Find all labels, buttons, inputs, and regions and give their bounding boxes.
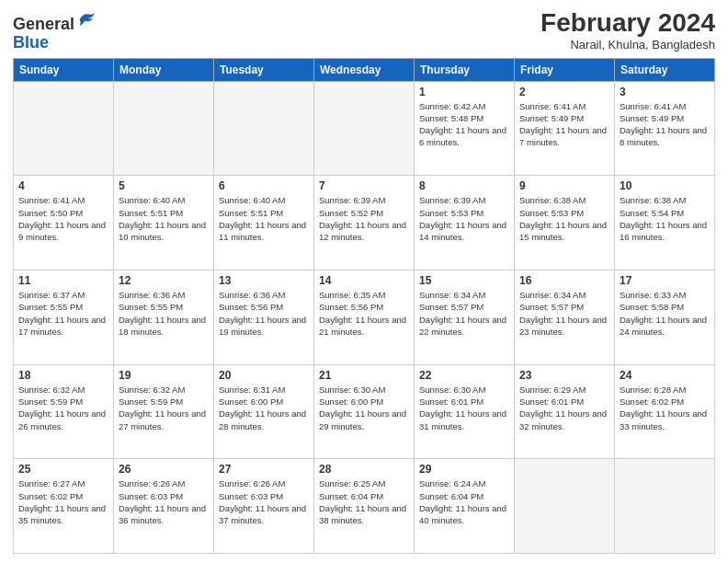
day-info: Sunrise: 6:28 AM Sunset: 6:02 PM Dayligh… [620, 384, 710, 432]
day-info: Sunrise: 6:42 AM Sunset: 5:48 PM Dayligh… [419, 100, 509, 149]
day-info: Sunrise: 6:41 AM Sunset: 5:49 PM Dayligh… [519, 100, 609, 149]
day-number: 18 [18, 369, 108, 382]
day-number: 21 [319, 369, 409, 382]
calendar-day-cell: 28Sunrise: 6:25 AM Sunset: 6:04 PM Dayli… [314, 459, 415, 554]
calendar-day-cell: 1Sunrise: 6:42 AM Sunset: 5:48 PM Daylig… [415, 81, 515, 176]
day-info: Sunrise: 6:32 AM Sunset: 5:59 PM Dayligh… [119, 384, 209, 432]
calendar-day-cell: 25Sunrise: 6:27 AM Sunset: 6:02 PM Dayli… [14, 459, 114, 554]
day-number: 20 [219, 369, 309, 382]
day-number: 5 [119, 179, 209, 192]
day-number: 15 [419, 274, 509, 287]
day-info: Sunrise: 6:41 AM Sunset: 5:50 PM Dayligh… [18, 194, 108, 243]
calendar-day-cell: 21Sunrise: 6:30 AM Sunset: 6:00 PM Dayli… [314, 364, 415, 459]
title-block: February 2024 Narail, Khulna, Bangladesh [540, 9, 715, 52]
calendar-week-row: 11Sunrise: 6:37 AM Sunset: 5:55 PM Dayli… [14, 270, 715, 364]
weekday-header-friday: Friday [515, 58, 615, 81]
day-number: 28 [319, 463, 409, 476]
calendar-day-cell [515, 459, 615, 554]
day-info: Sunrise: 6:34 AM Sunset: 5:57 PM Dayligh… [419, 289, 509, 338]
day-info: Sunrise: 6:26 AM Sunset: 6:03 PM Dayligh… [119, 477, 209, 526]
weekday-header-sunday: Sunday [14, 58, 114, 81]
day-number: 14 [319, 274, 409, 287]
day-info: Sunrise: 6:26 AM Sunset: 6:03 PM Dayligh… [219, 477, 309, 526]
calendar-week-row: 4Sunrise: 6:41 AM Sunset: 5:50 PM Daylig… [14, 176, 715, 270]
calendar-day-cell: 23Sunrise: 6:29 AM Sunset: 6:01 PM Dayli… [515, 364, 615, 459]
day-number: 17 [620, 274, 710, 287]
day-info: Sunrise: 6:40 AM Sunset: 5:51 PM Dayligh… [219, 194, 309, 243]
calendar-day-cell: 19Sunrise: 6:32 AM Sunset: 5:59 PM Dayli… [114, 364, 214, 459]
calendar-day-cell: 9Sunrise: 6:38 AM Sunset: 5:53 PM Daylig… [515, 176, 615, 270]
calendar-day-cell: 13Sunrise: 6:36 AM Sunset: 5:56 PM Dayli… [214, 270, 314, 364]
weekday-header-wednesday: Wednesday [314, 58, 415, 81]
calendar-day-cell: 18Sunrise: 6:32 AM Sunset: 5:59 PM Dayli… [14, 364, 114, 459]
calendar-day-cell: 17Sunrise: 6:33 AM Sunset: 5:58 PM Dayli… [615, 270, 715, 364]
day-number: 24 [620, 369, 710, 382]
day-info: Sunrise: 6:34 AM Sunset: 5:57 PM Dayligh… [519, 289, 609, 338]
day-number: 7 [319, 179, 409, 192]
day-number: 23 [519, 369, 609, 382]
day-info: Sunrise: 6:40 AM Sunset: 5:51 PM Dayligh… [119, 194, 209, 243]
weekday-header-thursday: Thursday [415, 58, 515, 81]
calendar-day-cell: 2Sunrise: 6:41 AM Sunset: 5:49 PM Daylig… [515, 81, 615, 176]
day-number: 2 [519, 86, 609, 98]
logo-blue-text: Blue [13, 34, 97, 52]
day-info: Sunrise: 6:39 AM Sunset: 5:52 PM Dayligh… [319, 194, 409, 243]
weekday-header-tuesday: Tuesday [214, 58, 314, 81]
day-info: Sunrise: 6:35 AM Sunset: 5:56 PM Dayligh… [319, 289, 409, 338]
day-info: Sunrise: 6:33 AM Sunset: 5:58 PM Dayligh… [620, 289, 710, 338]
day-number: 10 [620, 179, 710, 192]
calendar-table: SundayMondayTuesdayWednesdayThursdayFrid… [13, 58, 715, 554]
day-info: Sunrise: 6:39 AM Sunset: 5:53 PM Dayligh… [419, 194, 509, 243]
calendar-day-cell: 20Sunrise: 6:31 AM Sunset: 6:00 PM Dayli… [214, 364, 314, 459]
day-info: Sunrise: 6:37 AM Sunset: 5:55 PM Dayligh… [18, 289, 108, 338]
day-info: Sunrise: 6:24 AM Sunset: 6:04 PM Dayligh… [419, 477, 509, 526]
calendar-week-row: 1Sunrise: 6:42 AM Sunset: 5:48 PM Daylig… [14, 81, 715, 176]
calendar-day-cell [114, 81, 214, 176]
day-info: Sunrise: 6:30 AM Sunset: 6:00 PM Dayligh… [319, 384, 409, 432]
calendar-week-row: 25Sunrise: 6:27 AM Sunset: 6:02 PM Dayli… [14, 459, 715, 554]
day-number: 19 [119, 369, 209, 382]
day-number: 9 [519, 179, 609, 192]
weekday-header-saturday: Saturday [615, 58, 715, 81]
calendar-day-cell: 24Sunrise: 6:28 AM Sunset: 6:02 PM Dayli… [615, 364, 715, 459]
day-info: Sunrise: 6:32 AM Sunset: 5:59 PM Dayligh… [18, 384, 108, 432]
calendar-day-cell: 7Sunrise: 6:39 AM Sunset: 5:52 PM Daylig… [314, 176, 415, 270]
calendar-day-cell: 4Sunrise: 6:41 AM Sunset: 5:50 PM Daylig… [14, 176, 114, 270]
calendar-day-cell: 15Sunrise: 6:34 AM Sunset: 5:57 PM Dayli… [415, 270, 515, 364]
day-number: 12 [119, 274, 209, 287]
calendar-day-cell: 16Sunrise: 6:34 AM Sunset: 5:57 PM Dayli… [515, 270, 615, 364]
day-info: Sunrise: 6:38 AM Sunset: 5:54 PM Dayligh… [620, 194, 710, 243]
calendar-day-cell: 27Sunrise: 6:26 AM Sunset: 6:03 PM Dayli… [214, 459, 314, 554]
calendar-day-cell: 3Sunrise: 6:41 AM Sunset: 5:49 PM Daylig… [615, 81, 715, 176]
page: General Blue February 2024 Narail, Khuln… [0, 0, 728, 563]
calendar-day-cell: 26Sunrise: 6:26 AM Sunset: 6:03 PM Dayli… [114, 459, 214, 554]
day-info: Sunrise: 6:41 AM Sunset: 5:49 PM Dayligh… [620, 100, 710, 149]
calendar-day-cell: 6Sunrise: 6:40 AM Sunset: 5:51 PM Daylig… [214, 176, 314, 270]
day-info: Sunrise: 6:29 AM Sunset: 6:01 PM Dayligh… [519, 384, 609, 432]
logo-text: General [13, 9, 97, 34]
day-number: 27 [219, 463, 309, 476]
calendar-header-row: SundayMondayTuesdayWednesdayThursdayFrid… [14, 58, 715, 81]
day-number: 13 [219, 274, 309, 287]
logo-general: General [13, 15, 74, 33]
day-number: 4 [18, 179, 108, 192]
calendar-day-cell [314, 81, 415, 176]
day-info: Sunrise: 6:30 AM Sunset: 6:01 PM Dayligh… [419, 384, 509, 432]
day-number: 8 [419, 179, 509, 192]
day-number: 1 [419, 86, 509, 98]
day-info: Sunrise: 6:31 AM Sunset: 6:00 PM Dayligh… [219, 384, 309, 432]
day-number: 3 [620, 86, 710, 98]
logo-bird-icon [76, 9, 97, 29]
day-info: Sunrise: 6:38 AM Sunset: 5:53 PM Dayligh… [519, 194, 609, 243]
calendar-day-cell [14, 81, 114, 176]
day-number: 29 [419, 463, 509, 476]
calendar-day-cell: 8Sunrise: 6:39 AM Sunset: 5:53 PM Daylig… [415, 176, 515, 270]
weekday-header-monday: Monday [114, 58, 214, 81]
calendar-day-cell: 10Sunrise: 6:38 AM Sunset: 5:54 PM Dayli… [615, 176, 715, 270]
day-number: 25 [18, 463, 108, 476]
day-number: 11 [18, 274, 108, 287]
header: General Blue February 2024 Narail, Khuln… [13, 9, 715, 52]
day-number: 22 [419, 369, 509, 382]
day-number: 16 [519, 274, 609, 287]
calendar-day-cell: 11Sunrise: 6:37 AM Sunset: 5:55 PM Dayli… [14, 270, 114, 364]
